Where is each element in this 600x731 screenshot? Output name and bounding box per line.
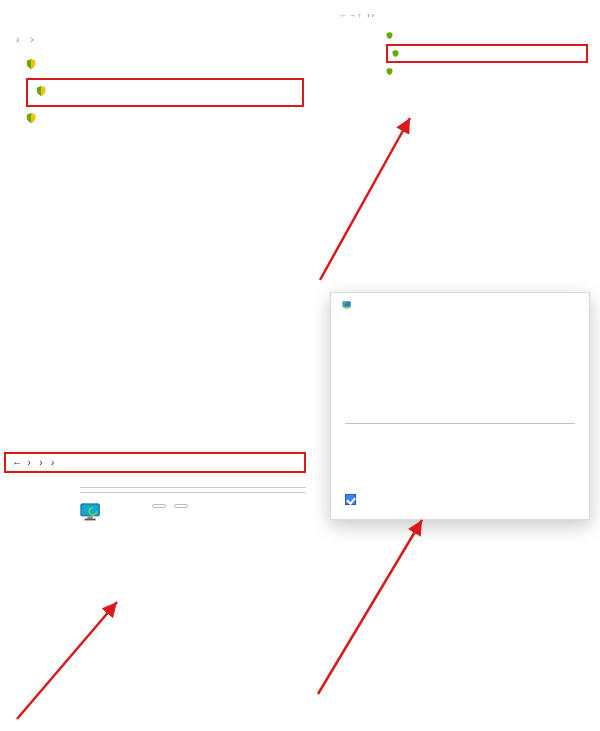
svg-rect-2 (87, 517, 92, 519)
breadcrumb: ← › › › (12, 457, 298, 468)
breadcrumb: › › (12, 30, 304, 49)
chat-icon (174, 504, 188, 508)
magnifier-icon (152, 504, 166, 508)
overlay-icons (152, 504, 188, 508)
checkbox-icon[interactable] (345, 494, 356, 505)
arrow-annotation (310, 510, 440, 700)
col-datetime[interactable] (345, 417, 460, 424)
svg-rect-3 (85, 519, 96, 521)
shield-icon (386, 32, 393, 39)
start-system-restore-link[interactable] (392, 49, 582, 58)
create-recovery-drive-link[interactable] (386, 31, 588, 40)
crumb-sep: › (30, 34, 33, 45)
shield-icon (386, 68, 393, 75)
highlighted-system-restore (26, 78, 304, 107)
show-more-checkbox[interactable] (345, 494, 575, 505)
create-recovery-drive-link[interactable] (26, 59, 304, 70)
arrow-annotation (310, 110, 425, 285)
shield-icon (26, 59, 36, 69)
shield-icon (26, 113, 36, 123)
shield-icon (36, 86, 46, 96)
configure-restore-link[interactable] (386, 67, 588, 76)
svg-line-4 (17, 602, 117, 719)
configure-restore-link[interactable] (26, 113, 304, 124)
monitor-icon (80, 503, 102, 521)
shield-icon (392, 50, 399, 57)
start-system-restore-link[interactable] (36, 86, 294, 97)
restore-icon (341, 299, 353, 311)
svg-line-6 (318, 520, 422, 694)
crumb-sep: › (16, 34, 19, 45)
arrow-annotation (12, 594, 132, 724)
col-desc[interactable] (460, 417, 575, 424)
svg-line-0 (320, 118, 410, 280)
restore-points-table[interactable] (345, 417, 575, 424)
small-breadcrumb: ← → ↑ › › (334, 10, 588, 21)
